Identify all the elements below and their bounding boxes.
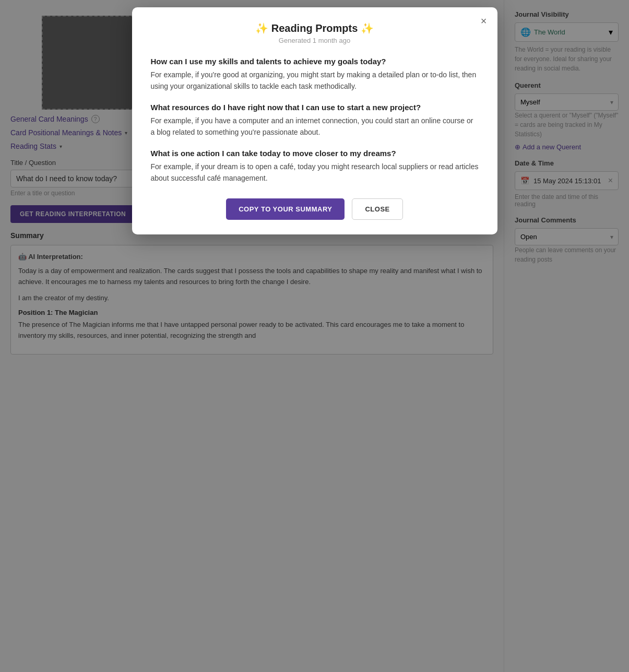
prompt-question-1: How can I use my skills and talents to a…	[151, 57, 479, 66]
prompt-block-2: What resources do I have right now that …	[151, 103, 479, 138]
modal-subtitle: Generated 1 month ago	[151, 37, 479, 44]
prompt-answer-1: For example, if you're good at organizin…	[151, 69, 479, 92]
modal-overlay: × ✨ Reading Prompts ✨ Generated 1 month …	[0, 0, 629, 672]
copy-to-summary-button[interactable]: COPY TO YOUR SUMMARY	[226, 198, 345, 220]
modal-title: ✨ Reading Prompts ✨	[151, 22, 479, 34]
prompt-question-2: What resources do I have right now that …	[151, 103, 479, 112]
modal-close-button[interactable]: ×	[481, 16, 487, 26]
prompt-question-3: What is one action I can take today to m…	[151, 149, 479, 158]
prompt-block-1: How can I use my skills and talents to a…	[151, 57, 479, 92]
prompt-answer-3: For example, if your dream is to open a …	[151, 161, 479, 184]
prompt-block-3: What is one action I can take today to m…	[151, 149, 479, 184]
close-modal-button[interactable]: CLOSE	[352, 198, 402, 220]
modal-actions: COPY TO YOUR SUMMARY CLOSE	[151, 198, 479, 220]
reading-prompts-modal: × ✨ Reading Prompts ✨ Generated 1 month …	[132, 7, 497, 234]
prompt-answer-2: For example, if you have a computer and …	[151, 115, 479, 138]
